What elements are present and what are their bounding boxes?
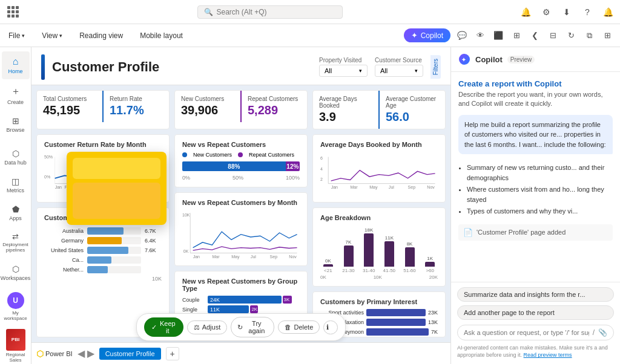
country-name: Germany [44,238,84,244]
layout-icon[interactable]: ⊞ [509,28,524,44]
country-row-nether: Nether... [44,266,162,273]
search-icon: 🔍 [204,8,213,16]
refresh-icon[interactable]: ↻ [563,28,579,44]
svg-text:Sep: Sep [270,255,278,259]
next-btn[interactable]: ▶ [87,348,94,359]
filter-source-dropdown[interactable]: All ▾ [375,65,423,77]
repeat-customers-value: 5,289 [248,103,301,117]
copilot-button[interactable]: ✦ Copilot [404,28,450,42]
grid-icon[interactable]: ⊞ [599,28,615,44]
keep-it-button[interactable]: ✓ Keep it [144,317,183,337]
avatar[interactable]: U [7,292,24,309]
svg-text:4: 4 [320,167,323,171]
bottom-bar: ⬡ Power BI ◀ ▶ Customer Profile + [31,342,450,364]
content-area: Customer Profile Property Visited All ▾ … [31,47,450,364]
age-bar [425,262,435,267]
file-menu[interactable]: File ▾ [5,29,28,42]
help-icon[interactable]: ? [580,5,595,19]
add-tab-button[interactable]: + [166,347,179,360]
search-input[interactable] [217,8,326,16]
copilot-input[interactable] [464,329,589,336]
view-icon[interactable]: 👁 [472,28,488,44]
sidebar-item-workspaces[interactable]: ⬡ Workspaces [2,259,30,286]
sidebar-item-home[interactable]: ⌂ Home [2,51,30,79]
country-val: 6.4K [145,238,162,244]
search-bar[interactable]: 🔍 [197,5,343,19]
svg-text:0%: 0% [44,175,51,179]
app-container: 🔍 🔔 ⚙ ⬇ ? 🔔 File ▾ View ▾ Reading view M… [0,0,620,364]
new-customers-legend: New Customers [193,152,232,158]
sidebar-item-datahub[interactable]: ⬡ Data hub [2,144,30,171]
page-icon: 📄 [463,228,473,237]
notification-icon[interactable]: 🔔 [601,5,615,19]
add-page-btn[interactable]: Add another page to the report [457,305,614,320]
download-icon[interactable]: ⬇ [559,5,574,19]
window-icon[interactable]: ⊟ [545,28,561,44]
svg-text:Jul: Jul [389,185,394,189]
settings-icon[interactable]: ⚙ [539,5,553,19]
chat-icon[interactable]: 💬 [454,28,470,44]
metrics-icon: ◫ [12,177,19,186]
avg-age-value: 56.0 [386,110,439,124]
browse-icon: ⊞ [12,116,19,126]
report-filters: Property Visited All ▾ Customer Source A… [319,55,441,79]
try-again-button[interactable]: ↻ Try again [231,317,274,337]
ai-card-top [73,158,160,179]
summarize-btn[interactable]: Summarize data and insights form the r..… [457,287,614,302]
sidebar-bottom: U My workspace PBI Regional Sales Rep...… [2,287,30,364]
country-bar-wrap [87,227,141,235]
home-icon: ⌂ [13,56,19,67]
repeat-customers-dot [238,152,243,157]
paperclip-icon[interactable]: 📎 [598,328,607,337]
interest-val: 23K [428,310,438,316]
kpi-avg-days: Average Days Booked 3.9 [313,91,378,129]
slash-icon: / [593,328,595,337]
metrics-label: Metrics [7,187,24,193]
mobile-layout-btn[interactable]: Mobile layout [136,29,186,42]
new-customers-value: 39,906 [181,103,234,117]
avg-days-chart-card: Average Days Booked by Month 6 4 2 Jan M… [312,134,446,203]
country-bar-wrap [87,266,141,273]
info-button[interactable]: ℹ [323,320,338,334]
country-bar-fill [87,266,108,273]
view-menu[interactable]: View ▾ [38,29,66,42]
age-val: 7K [346,239,352,245]
sidebar-item-report[interactable]: PBI Regional Sales Rep... [2,327,30,364]
couple-new-bar: 24K [208,296,282,304]
age-col-21-30: 7K 21-30 [341,239,357,273]
page-icon[interactable]: ⬛ [490,28,506,44]
app-grid-icon[interactable] [5,4,21,20]
svg-text:Jan: Jan [331,185,338,189]
adjust-button[interactable]: ⚖ Adjust [187,320,228,334]
sidebar-item-metrics[interactable]: ◫ Metrics [2,172,30,198]
preview-terms-link[interactable]: Read preview terms [524,352,572,358]
repeat-segment: 12% [286,161,300,171]
filter-property-dropdown[interactable]: All ▾ [319,65,368,77]
home-label: Home [8,68,22,74]
sidebar-item-browse[interactable]: ⊞ Browse [2,111,30,138]
bell-icon[interactable]: 🔔 [518,5,533,19]
prev-btn[interactable]: ◀ [78,348,85,359]
ribbon-icons: 💬 👁 ⬛ ⊞ ❮ ⊟ ↻ ⧉ ⊞ [454,28,615,44]
country-name: United States [44,247,84,253]
svg-text:6: 6 [320,156,323,160]
svg-text:✦: ✦ [461,57,466,63]
filters-panel-btn[interactable]: Filters [430,55,441,79]
copilot-title: Copilot [475,55,503,64]
age-axis-0: 0K [320,275,326,280]
copilot-input-area[interactable]: / 📎 [457,325,614,340]
reading-view-btn[interactable]: Reading view [76,29,127,42]
sidebar-item-deployment[interactable]: ⇄ Deployment pipelines [2,227,30,258]
couple-repeat-val: 3K [284,297,290,302]
delete-button[interactable]: 🗑 Delete [278,320,320,334]
tab-customer-profile[interactable]: Customer Profile [99,348,161,360]
sidebar-item-avatar[interactable]: U My workspace [2,287,30,326]
sidebar-item-apps[interactable]: ⬟ Apps [2,200,30,226]
deployment-label: Deployment pipelines [2,242,28,253]
country-val: 6.7K [145,228,162,234]
copy-icon[interactable]: ⧉ [581,28,597,44]
my-workspace-label: My workspace [4,310,27,321]
age-col-41-50: 11K 41-50 [381,235,397,273]
chevron-icon[interactable]: ❮ [527,28,542,44]
sidebar-item-create[interactable]: ＋ Create [2,80,30,110]
